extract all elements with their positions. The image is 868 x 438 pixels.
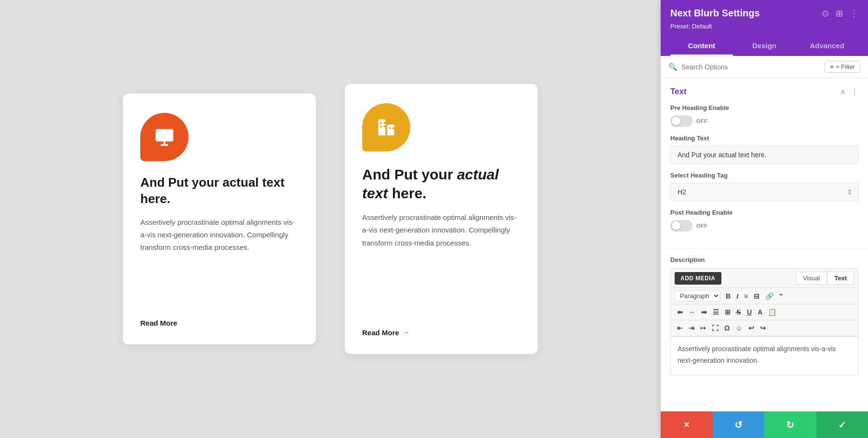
card1-body: Assertively procrastinate optimal alignm… [140,216,298,254]
tab-design[interactable]: Design [733,37,796,56]
add-media-button[interactable]: ADD MEDIA [675,272,721,285]
editor-content[interactable]: Assertively procrastinate optimal alignm… [670,337,858,375]
fullscreen-button[interactable]: ⛶ [709,323,721,333]
text-section: Text ∧ ⋮ Pre Heading Enable OFF Heading … [661,78,868,248]
svg-rect-8 [384,125,386,127]
link-button[interactable]: 🔗 [763,291,776,301]
indent-right-button[interactable]: ↦ [698,323,708,333]
panel-tabs: Content Design Advanced [670,37,858,56]
card2-body: Assertively procrastinate optimal alignm… [362,211,520,249]
svg-rect-9 [389,127,391,129]
undo-button[interactable]: ↺ [713,411,765,438]
preset-value[interactable]: Default [692,23,712,30]
heading-tag-label: Select Heading Tag [670,172,858,179]
panel-icon-target[interactable]: ⊙ [822,8,829,19]
svg-rect-4 [387,125,394,136]
editor-tab-visual[interactable]: Visual [796,272,827,285]
redo-icon: ↻ [786,419,794,431]
settings-panel: Next Blurb Settings ⊙ ⊞ ⋮ Preset: Defaul… [661,0,868,438]
post-heading-toggle-wrap: OFF [670,220,858,232]
indent-left-button[interactable]: ⇤ [675,323,685,333]
bold-button[interactable]: B [723,291,733,301]
underline-button[interactable]: U [745,307,754,317]
save-button[interactable]: ✓ [816,411,868,438]
card1-readmore[interactable]: Read More [140,319,298,327]
filter-button[interactable]: ≡ + Filter [825,61,860,73]
search-bar: 🔍 ≡ + Filter [661,56,868,78]
post-heading-label: Post Heading Enable [670,209,858,216]
align-left-button[interactable]: ⬅ [675,307,685,317]
description-label: Description [670,256,858,263]
blurb-card-2: And Put your actual text here. Assertive… [345,84,538,354]
align-right-button[interactable]: ➡ [699,307,709,317]
bottom-bar: × ↺ ↻ ✓ [661,411,868,438]
blockquote-button[interactable]: " [777,291,785,301]
redo-editor-button[interactable]: ↪ [758,323,768,333]
panel-icon-more[interactable]: ⋮ [850,8,858,19]
tab-content[interactable]: Content [670,37,733,56]
save-icon: ✓ [838,419,846,431]
section-title-row: Text ∧ ⋮ [670,87,858,96]
editor-toolbar-top: ADD MEDIA Visual Text [671,269,858,288]
emoji-button[interactable]: ☺ [733,323,745,333]
svg-rect-7 [380,125,382,127]
editor-format-row-1: Paragraph H1 H2 B I ≡ ⊟ 🔗 " [671,288,858,304]
heading-text-label: Heading Text [670,135,858,142]
justify-button[interactable]: ☰ [710,307,721,317]
paste-button[interactable]: 📋 [766,307,779,317]
monitor-icon [154,126,175,148]
panel-preset: Preset: Default [670,23,858,30]
card2-readmore[interactable]: Read More → [362,328,520,337]
filter-label: + Filter [836,63,855,70]
canvas-area: And Put your actual text here. Assertive… [0,0,661,438]
preset-label: Preset: [670,23,690,30]
search-icon: 🔍 [668,63,678,71]
table-button[interactable]: ⊞ [722,307,733,317]
post-heading-enable-row: Post Heading Enable OFF [670,209,858,232]
panel-title-row: Next Blurb Settings ⊙ ⊞ ⋮ [670,8,858,19]
editor-format-row-3: ⇤ ⇥ ↦ ⛶ Ω ☺ ↩ ↪ [671,320,858,336]
text-color-button[interactable]: A [755,307,765,317]
heading-tag-select-wrap: H1 H2 H3 H4 H5 H6 [670,183,858,201]
heading-tag-select[interactable]: H1 H2 H3 H4 H5 H6 [670,183,858,201]
card2-icon-circle [362,103,410,151]
building-icon [376,117,397,138]
card2-heading-end: here. [388,185,426,201]
pre-heading-toggle-wrap: OFF [670,115,858,127]
card1-heading: And Put your actual text here. [140,175,298,207]
editor-view-tabs: Visual Text [796,272,854,285]
italic-button[interactable]: I [734,291,741,301]
svg-rect-5 [380,122,382,124]
post-heading-toggle[interactable] [670,220,692,232]
pre-heading-toggle[interactable] [670,115,692,127]
unordered-list-button[interactable]: ≡ [742,291,750,301]
section-collapse-button[interactable]: ∧ [840,87,846,96]
pre-heading-label: Pre Heading Enable [670,104,858,111]
panel-body: 🔍 ≡ + Filter Text ∧ ⋮ Pre Heading Enable [661,56,868,411]
tab-advanced[interactable]: Advanced [796,37,858,56]
section-title-text: Text [670,87,687,96]
card1-icon-wrap [140,113,298,161]
cancel-button[interactable]: × [661,411,713,438]
pre-heading-enable-row: Pre Heading Enable OFF [670,104,858,127]
search-input[interactable] [681,63,821,71]
strikethrough-button[interactable]: S̶ [734,307,744,317]
editor-tab-text[interactable]: Text [827,272,854,285]
svg-rect-6 [384,122,386,124]
pre-heading-toggle-label: OFF [696,118,708,124]
panel-icon-columns[interactable]: ⊞ [836,8,843,19]
card2-readmore-label: Read More [362,328,399,337]
heading-text-input[interactable] [670,146,858,164]
special-chars-button[interactable]: Ω [722,323,732,333]
svg-rect-0 [156,129,174,142]
ordered-list-button[interactable]: ⊟ [751,291,762,301]
section-more-button[interactable]: ⋮ [851,87,858,96]
outdent-button[interactable]: ⇥ [686,323,697,333]
svg-rect-10 [393,127,394,129]
paragraph-select[interactable]: Paragraph H1 H2 [675,290,720,301]
undo-editor-button[interactable]: ↩ [746,323,757,333]
align-center-button[interactable]: ↔ [686,307,698,317]
card2-heading: And Put your actual text here. [362,165,520,203]
redo-button[interactable]: ↻ [764,411,816,438]
editor-format-row-2: ⬅ ↔ ➡ ☰ ⊞ S̶ U A 📋 [671,304,858,320]
